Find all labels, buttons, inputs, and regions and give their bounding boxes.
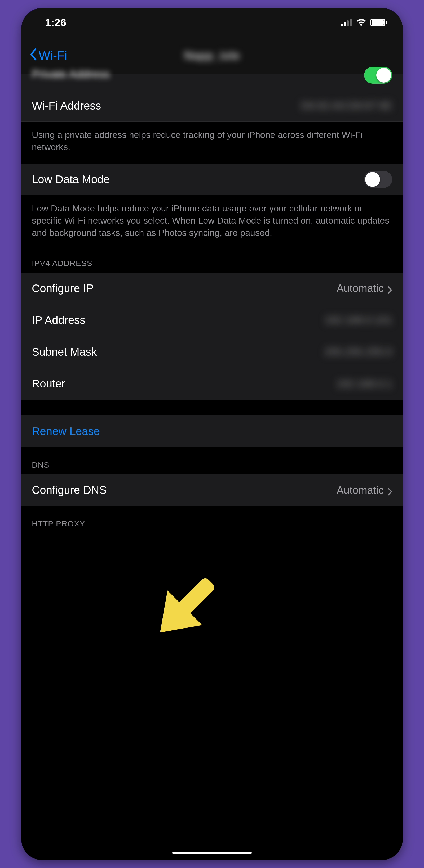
annotation-arrow-icon [140,561,228,648]
section-ipv4: IPV4 ADDRESS [21,249,403,273]
configure-ip-label: Configure IP [32,282,93,295]
row-wifi-address: Wi-Fi Address D6:92:A0:D8:87:9E [21,90,403,122]
cellular-signal-icon [341,19,352,26]
home-indicator[interactable] [172,851,252,854]
row-configure-dns[interactable]: Configure DNS Automatic [21,474,403,506]
content: Private Address Wi-Fi Address D6:92:A0:D… [21,74,403,533]
router-label: Router [32,377,65,390]
ip-address-label: IP Address [32,314,85,327]
back-button[interactable]: Wi-Fi [29,48,67,63]
low-data-label: Low Data Mode [32,173,110,186]
row-subnet-mask: Subnet Mask 255.255.255.0 [21,336,403,368]
private-address-toggle[interactable] [364,67,392,84]
row-low-data-mode[interactable]: Low Data Mode [21,163,403,195]
status-icons [341,18,387,27]
configure-dns-label: Configure DNS [32,484,107,496]
chevron-left-icon [29,48,37,63]
private-address-footer: Using a private address helps reduce tra… [21,122,403,163]
subnet-mask-label: Subnet Mask [32,346,97,358]
renew-lease-label: Renew Lease [32,425,100,438]
low-data-footer: Low Data Mode helps reduce your iPhone d… [21,195,403,249]
renew-lease-button[interactable]: Renew Lease [21,415,403,447]
configure-dns-value: Automatic [337,484,384,496]
phone-frame: 1:26 Wi-Fi Napp_iole Private Addres [21,8,403,860]
wifi-address-label: Wi-Fi Address [32,99,101,112]
private-address-label: Private Address [32,68,110,81]
section-dns: DNS [21,447,403,474]
wifi-icon [356,18,367,27]
ip-address-value: 192.168.0.101 [324,314,392,326]
nav-title: Napp_iole [184,49,240,62]
svg-rect-0 [174,577,217,618]
subnet-mask-value: 255.255.255.0 [324,346,392,358]
svg-marker-1 [143,590,202,648]
row-private-address[interactable]: Private Address [21,74,403,90]
row-configure-ip[interactable]: Configure IP Automatic [21,273,403,304]
row-ip-address: IP Address 192.168.0.101 [21,304,403,336]
section-http-proxy: HTTP PROXY [21,506,403,533]
back-label: Wi-Fi [39,49,67,63]
wifi-address-value: D6:92:A0:D8:87:9E [301,100,392,112]
status-time: 1:26 [45,17,66,29]
battery-icon [370,19,387,26]
low-data-toggle[interactable] [364,171,392,188]
row-router: Router 192.168.0.1 [21,368,403,400]
chevron-right-icon [388,486,392,494]
configure-ip-value: Automatic [337,282,384,294]
spacer [21,400,403,415]
status-bar: 1:26 [21,8,403,37]
router-value: 192.168.0.1 [336,378,392,390]
chevron-right-icon [388,284,392,293]
